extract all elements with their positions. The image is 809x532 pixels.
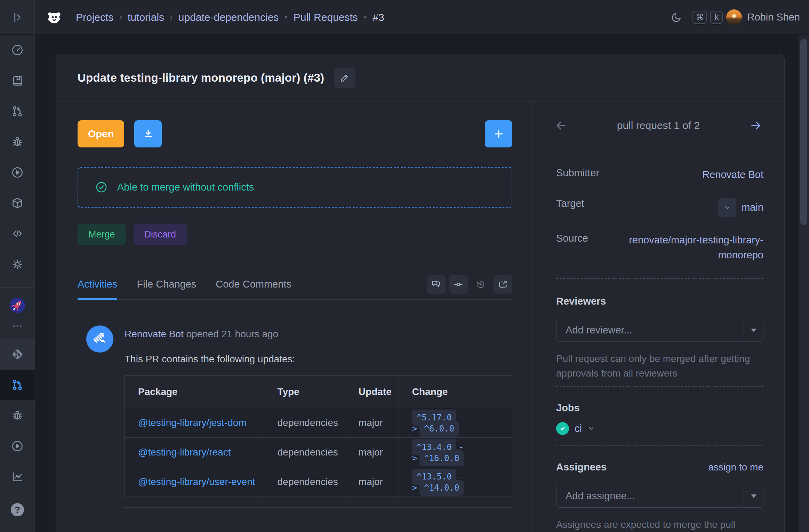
table-header-row: Package Type Update Change: [125, 376, 512, 408]
assignees-heading: Assignees: [556, 461, 607, 473]
next-pr-button[interactable]: [750, 119, 762, 132]
assign-to-me-link[interactable]: assign to me: [708, 462, 763, 473]
breadcrumb-repo[interactable]: update-dependencies: [178, 11, 279, 23]
col-header-change: Change: [399, 376, 512, 408]
history-clock-icon: [475, 279, 486, 290]
open-comment-window-button[interactable]: [494, 275, 512, 294]
package-link[interactable]: @testing-library/user-event: [138, 476, 255, 487]
table-row: @testing-library/user-event dependencies…: [125, 467, 512, 497]
pr-tabs: Activities File Changes Code Comments: [78, 275, 512, 300]
gauge-icon: [11, 43, 24, 57]
download-patch-button[interactable]: [134, 120, 162, 147]
renovate-bot-avatar[interactable]: [86, 325, 113, 353]
user-avatar[interactable]: [726, 9, 742, 25]
tab-code-comments[interactable]: Code Comments: [216, 279, 291, 300]
breadcrumb-pull-requests[interactable]: Pull Requests: [294, 11, 358, 23]
sidebar-item-code[interactable]: [0, 218, 35, 249]
comment-external-link-icon: [498, 279, 508, 290]
updates-table: Package Type Update Change @testing-libr…: [125, 375, 512, 497]
target-branch-link[interactable]: main: [742, 200, 763, 215]
scrollbar-thumb[interactable]: [800, 39, 807, 225]
author-link[interactable]: Renovate Bot: [125, 329, 184, 339]
chevron-down-icon[interactable]: [587, 425, 595, 432]
field-label: Target: [556, 198, 584, 209]
help-icon: [11, 503, 24, 516]
sidebar-item-project-stats[interactable]: [0, 461, 35, 492]
play-circle-icon: [11, 440, 24, 453]
merge-status-text: Able to merge without conflicts: [117, 182, 254, 193]
toggle-commits-button[interactable]: [449, 275, 468, 294]
dark-mode-toggle-icon[interactable]: [671, 12, 682, 23]
sidebar-item-issues[interactable]: [0, 127, 35, 157]
package-link[interactable]: @testing-library/react: [138, 447, 231, 458]
activity-time: opened 21 hours ago: [184, 329, 278, 339]
version-to: ^14.0.0: [419, 480, 464, 496]
sidebar-item-project-issues[interactable]: [0, 400, 35, 431]
sidebar-item-docs[interactable]: [0, 65, 35, 96]
activity-intro: This PR contains the following updates:: [125, 354, 512, 365]
reviewers-helper-text: Pull request can only be merged after ge…: [556, 352, 763, 381]
kbd-cmd-key[interactable]: ⌘: [692, 11, 707, 24]
download-icon: [142, 128, 154, 140]
toggle-comments-button[interactable]: [427, 275, 446, 294]
sidebar-expand-icon[interactable]: [10, 10, 24, 24]
activity-meta: Renovate Bot opened 21 hours ago: [125, 329, 512, 340]
book-icon: [11, 74, 24, 87]
pull-request-icon: [11, 105, 24, 118]
breadcrumb-group[interactable]: tutorials: [128, 11, 164, 23]
history-button[interactable]: [471, 275, 490, 294]
sidebar-item-packages[interactable]: [0, 188, 35, 218]
col-header-update: Update: [345, 376, 399, 408]
breadcrumb-pr-number: #3: [373, 11, 384, 23]
source-branch-link[interactable]: renovate/major-testing-library-monorepo: [609, 233, 763, 263]
sidebar-item-settings[interactable]: [0, 249, 35, 280]
sidebar-project-more[interactable]: [0, 318, 35, 334]
user-name[interactable]: Robin Shen: [747, 11, 800, 23]
target-branch-dropdown[interactable]: [718, 198, 736, 217]
breadcrumb: Projects › tutorials › update-dependenci…: [76, 11, 384, 23]
add-reviewer-select[interactable]: Add reviewer...: [556, 319, 763, 342]
merge-button[interactable]: Merge: [78, 224, 126, 245]
pull-request-icon: [11, 378, 24, 392]
job-link[interactable]: ci: [575, 423, 582, 434]
type-cell: dependencies: [264, 408, 345, 438]
dropdown-caret-icon: [744, 485, 763, 507]
add-comment-button[interactable]: [485, 120, 512, 147]
kbd-k-key[interactable]: k: [710, 11, 723, 24]
type-cell: dependencies: [264, 438, 345, 467]
change-cell: ^13.4.0->^16.0.0: [399, 438, 512, 467]
page: Update testing-library monorepo (major) …: [35, 35, 809, 532]
edit-title-button[interactable]: [334, 68, 355, 88]
bug-icon: [11, 135, 24, 148]
submitter-link[interactable]: Renovate Bot: [702, 167, 763, 183]
sidebar-item-project-builds[interactable]: [0, 431, 35, 461]
bug-icon: [11, 409, 24, 422]
sidebar-project-avatar[interactable]: [0, 292, 35, 318]
tab-activities[interactable]: Activities: [78, 279, 117, 300]
sidebar-item-project-pull-requests[interactable]: [0, 370, 35, 400]
sidebar-item-dashboard[interactable]: [0, 35, 35, 65]
app-logo-icon[interactable]: [46, 9, 63, 26]
breadcrumb-projects[interactable]: Projects: [76, 11, 113, 23]
left-sidebar: [0, 0, 35, 532]
field-target: Target main: [556, 198, 763, 217]
sidebar-item-pull-requests[interactable]: [0, 96, 35, 127]
tab-file-changes[interactable]: File Changes: [137, 279, 196, 300]
previous-pr-button[interactable]: [555, 119, 567, 132]
pull-request-card: Update testing-library monorepo (major) …: [56, 54, 785, 532]
sidebar-item-builds[interactable]: [0, 157, 35, 188]
add-assignee-select[interactable]: Add assignee...: [556, 485, 763, 508]
package-link[interactable]: @testing-library/jest-dom: [138, 417, 247, 428]
sidebar-item-help[interactable]: [0, 495, 35, 524]
discard-button[interactable]: Discard: [134, 224, 187, 245]
code-icon: [11, 227, 24, 240]
pr-main-column: Open Able to merge without conflicts Mer…: [56, 102, 532, 532]
update-cell: major: [345, 438, 399, 467]
col-header-type: Type: [264, 376, 345, 408]
sidebar-item-git-code[interactable]: [0, 339, 35, 370]
breadcrumb-dot: •: [279, 13, 293, 22]
assignees-helper-text: Assignees are expected to merge the pull: [556, 517, 763, 532]
status-badge: Open: [78, 120, 124, 147]
field-submitter: Submitter Renovate Bot: [556, 167, 763, 183]
update-cell: major: [345, 467, 399, 497]
